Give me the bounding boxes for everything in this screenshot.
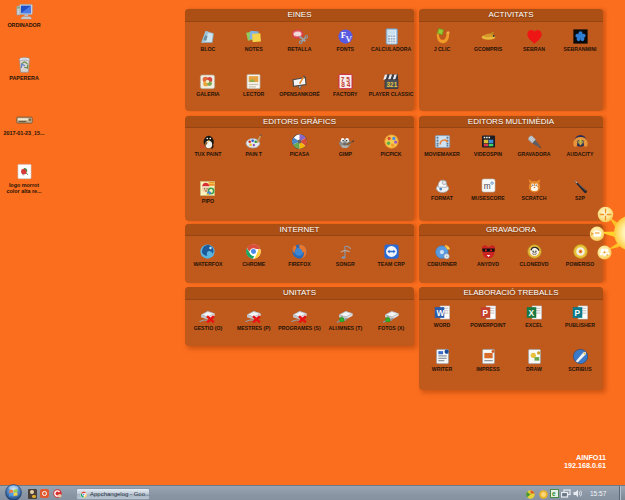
svg-text:321: 321	[386, 81, 397, 88]
svg-text:V: V	[345, 34, 352, 44]
svg-text:m: m	[483, 181, 490, 191]
svg-text:P: P	[482, 307, 488, 317]
svg-text:P: P	[574, 307, 580, 317]
svg-text:X: X	[528, 307, 534, 317]
svg-text:W: W	[436, 307, 444, 317]
svg-text:8 4: 8 4	[341, 81, 350, 88]
